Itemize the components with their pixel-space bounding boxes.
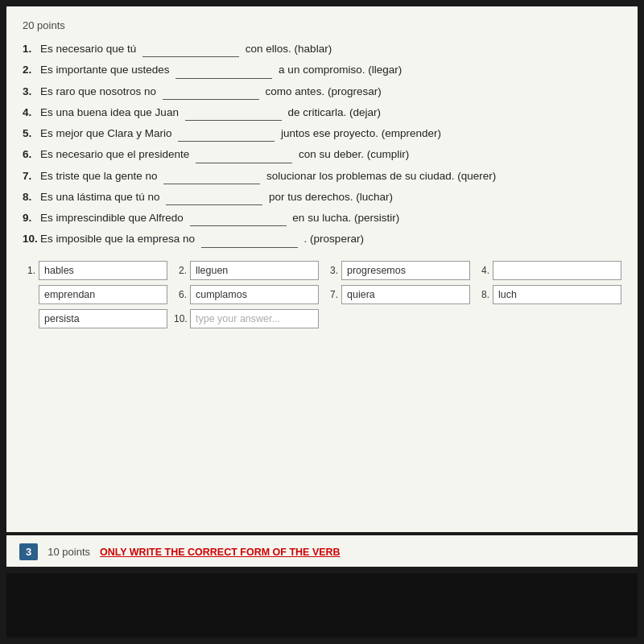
answer-cell-8: 8. xyxy=(477,285,621,304)
question-item-5: 5. Es mejor que Clara y Mario juntos ese… xyxy=(23,126,621,142)
question-num-2: 2. xyxy=(23,62,40,78)
answer-num-6: 6. xyxy=(174,289,187,300)
question-num-5: 5. xyxy=(23,126,40,142)
answer-input-8[interactable] xyxy=(493,285,621,304)
answer-cell-7: 7. xyxy=(325,285,470,304)
bottom-section: 3 10 points ONLY WRITE THE CORRECT FORM … xyxy=(6,535,638,567)
question-text-5: Es mejor que Clara y Mario juntos ese pr… xyxy=(40,126,621,142)
answer-cell-3: 3. xyxy=(325,261,470,280)
bottom-instruction: ONLY WRITE THE CORRECT FORM OF THE VERB xyxy=(100,547,341,558)
answer-cell-9 xyxy=(23,309,167,328)
blank-5 xyxy=(178,130,275,142)
question-text-8: Es una lástima que tú no por tus derecho… xyxy=(40,189,621,205)
answers-grid: 1. 2. 3. 4. 6. 7. 8. xyxy=(23,261,621,328)
answer-num-7: 7. xyxy=(325,289,338,300)
answer-cell-2: 2. xyxy=(174,261,319,280)
question-item-3: 3. Es raro que nosotros no como antes. (… xyxy=(23,84,621,100)
question-num-6: 6. xyxy=(23,147,40,163)
question-item-1: 1. Es necesario que tú con ellos. (habla… xyxy=(23,41,621,57)
answer-num-3: 3. xyxy=(325,265,338,276)
question-text-1: Es necesario que tú con ellos. (hablar) xyxy=(40,41,621,57)
question-num-7: 7. xyxy=(23,168,40,184)
blank-6 xyxy=(196,152,292,163)
blank-9 xyxy=(190,215,287,226)
bottom-points: 10 points xyxy=(47,546,90,558)
answer-cell-5 xyxy=(23,285,167,304)
question-text-3: Es raro que nosotros no como antes. (pro… xyxy=(40,84,621,100)
answer-num-2: 2. xyxy=(174,265,187,276)
answer-num-1: 1. xyxy=(23,265,35,276)
dark-bar xyxy=(6,573,638,638)
answer-cell-6: 6. xyxy=(174,285,319,304)
question-num-8: 8. xyxy=(23,189,40,205)
question-text-4: Es una buena idea que Juan de criticarla… xyxy=(40,105,621,121)
blank-3 xyxy=(163,89,259,100)
question-text-9: Es imprescindible que Alfredo en su luch… xyxy=(40,210,621,226)
question-num-3: 3. xyxy=(23,84,40,100)
answer-num-8: 8. xyxy=(477,289,489,300)
question-num-9: 9. xyxy=(23,210,40,226)
answer-input-2[interactable] xyxy=(190,261,319,280)
question-item-8: 8. Es una lástima que tú no por tus dere… xyxy=(23,189,621,205)
answer-cell-1: 1. xyxy=(23,261,167,280)
question-item-6: 6. Es necesario que el presidente con su… xyxy=(23,147,621,163)
blank-8 xyxy=(166,194,262,205)
question-badge: 3 xyxy=(19,543,38,560)
question-text-6: Es necesario que el presidente con su de… xyxy=(40,147,621,163)
exercise-section: 20 points 1. Es necesario que tú con ell… xyxy=(6,6,638,532)
blank-7 xyxy=(163,173,260,184)
answer-input-4[interactable] xyxy=(493,261,621,280)
answer-input-6[interactable] xyxy=(190,285,319,304)
answer-input-9[interactable] xyxy=(39,309,167,328)
question-item-4: 4. Es una buena idea que Juan de critica… xyxy=(23,105,621,121)
question-text-2: Es importante que ustedes a un compromis… xyxy=(40,62,621,78)
question-item-2: 2. Es importante que ustedes a un compro… xyxy=(23,62,621,78)
question-text-10: Es imposible que la empresa no . (prospe… xyxy=(40,231,621,247)
question-num-1: 1. xyxy=(23,41,40,57)
question-num-10: 10. xyxy=(23,231,40,247)
answer-cell-empty-2 xyxy=(477,309,621,328)
answer-num-4: 4. xyxy=(477,265,489,276)
points-header: 20 points xyxy=(23,19,621,31)
blank-10 xyxy=(201,237,298,248)
question-item-7: 7. Es triste que la gente no solucionar … xyxy=(23,168,621,184)
blank-4 xyxy=(185,109,282,121)
question-text-7: Es triste que la gente no solucionar los… xyxy=(40,168,621,184)
question-num-4: 4. xyxy=(23,105,40,121)
question-list: 1. Es necesario que tú con ellos. (habla… xyxy=(23,41,621,248)
answer-input-7[interactable] xyxy=(341,285,470,304)
blank-1 xyxy=(142,46,239,57)
answer-input-3[interactable] xyxy=(341,261,470,280)
question-item-10: 10. Es imposible que la empresa no . (pr… xyxy=(23,231,621,247)
answer-cell-empty-1 xyxy=(325,309,470,328)
answer-num-10: 10. xyxy=(174,313,187,324)
answer-input-5[interactable] xyxy=(39,285,167,304)
question-item-9: 9. Es imprescindible que Alfredo en su l… xyxy=(23,210,621,226)
blank-2 xyxy=(175,68,272,79)
answer-input-1[interactable] xyxy=(39,261,167,280)
answer-input-10[interactable] xyxy=(190,309,319,328)
answer-cell-4: 4. xyxy=(477,261,621,280)
answer-cell-10: 10. xyxy=(174,309,319,328)
